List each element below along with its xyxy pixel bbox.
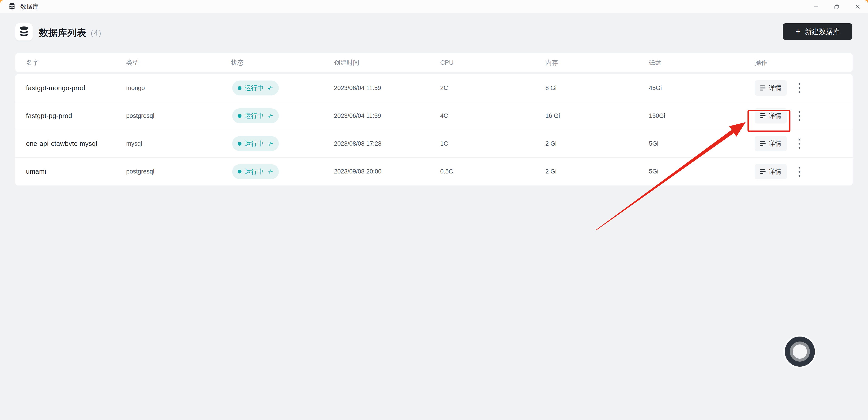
list-lines-icon <box>760 113 766 118</box>
table-body: fastgpt-mongo-prod mongo 运行中 2023/06/04 … <box>16 74 852 185</box>
database-icon <box>19 26 29 37</box>
pods-scale-icon <box>267 141 273 147</box>
pods-scale-icon <box>267 113 273 119</box>
details-button[interactable]: 详情 <box>755 164 787 179</box>
column-header-actions: 操作 <box>755 58 852 67</box>
table-row[interactable]: fastgpt-pg-prod postgresql 运行中 2023/06/0… <box>16 102 852 130</box>
page-count: （4） <box>86 28 105 38</box>
db-disk: 45Gi <box>649 85 755 92</box>
column-header-type: 类型 <box>126 58 231 67</box>
db-cpu: 0.5C <box>440 168 545 175</box>
create-database-button[interactable]: + 新建数据库 <box>783 23 852 40</box>
list-lines-icon <box>760 86 766 90</box>
status-dot-icon <box>238 114 242 118</box>
status-badge: 运行中 <box>232 108 279 123</box>
status-label: 运行中 <box>245 112 264 120</box>
list-lines-icon <box>760 169 766 174</box>
titlebar: 数据库 <box>0 0 868 13</box>
db-disk: 5Gi <box>649 168 755 175</box>
row-menu-button[interactable] <box>796 109 803 123</box>
column-header-memory: 内存 <box>545 58 649 67</box>
table-row[interactable]: umami postgresql 运行中 2023/09/08 20:00 0.… <box>16 158 852 185</box>
database-icon <box>8 3 16 10</box>
details-button[interactable]: 详情 <box>755 136 787 151</box>
status-dot-icon <box>238 86 242 90</box>
db-memory: 2 Gi <box>545 168 649 175</box>
db-type: mysql <box>126 140 231 147</box>
restore-button[interactable] <box>827 0 847 13</box>
db-cpu: 4C <box>440 112 545 119</box>
details-label: 详情 <box>769 84 781 92</box>
db-cpu: 2C <box>440 85 545 92</box>
status-label: 运行中 <box>245 139 264 148</box>
db-type: mongo <box>126 85 231 92</box>
db-created: 2023/08/08 17:28 <box>334 140 440 147</box>
details-button-highlighted[interactable]: 详情 <box>755 108 787 123</box>
column-header-disk: 磁盘 <box>649 58 755 67</box>
details-label: 详情 <box>769 139 781 148</box>
db-type: postgresql <box>126 112 231 119</box>
db-disk: 150Gi <box>649 112 755 119</box>
page-title: 数据库列表 <box>39 27 86 39</box>
db-created: 2023/06/04 11:59 <box>334 85 440 92</box>
db-cpu: 1C <box>440 140 545 147</box>
db-created: 2023/06/04 11:59 <box>334 112 440 119</box>
window-controls <box>806 0 868 13</box>
db-memory: 16 Gi <box>545 112 649 119</box>
status-badge: 运行中 <box>232 136 279 151</box>
plus-icon: + <box>796 27 801 36</box>
app-logo-card <box>16 23 33 40</box>
window-title: 数据库 <box>20 2 39 11</box>
details-button[interactable]: 详情 <box>755 80 787 96</box>
status-dot-icon <box>238 142 242 146</box>
details-label: 详情 <box>769 112 781 120</box>
status-label: 运行中 <box>245 168 264 176</box>
status-badge: 运行中 <box>232 81 279 95</box>
minimize-button[interactable] <box>806 0 827 13</box>
details-label: 详情 <box>769 168 781 176</box>
table-row[interactable]: fastgpt-mongo-prod mongo 运行中 2023/06/04 … <box>16 74 852 102</box>
row-menu-button[interactable] <box>796 164 803 179</box>
db-memory: 8 Gi <box>545 85 649 92</box>
db-name: umami <box>26 168 126 175</box>
close-button[interactable] <box>847 0 868 13</box>
status-badge: 运行中 <box>232 164 279 179</box>
pods-scale-icon <box>267 85 273 91</box>
column-header-created: 创建时间 <box>334 58 440 67</box>
table-header: 名字 类型 状态 创建时间 CPU 内存 磁盘 操作 <box>16 53 852 72</box>
status-dot-icon <box>238 170 242 174</box>
column-header-status: 状态 <box>231 58 334 67</box>
row-menu-button[interactable] <box>796 81 803 95</box>
status-label: 运行中 <box>245 84 264 92</box>
db-created: 2023/09/08 20:00 <box>334 168 440 175</box>
db-memory: 2 Gi <box>545 140 649 147</box>
db-name: fastgpt-mongo-prod <box>26 84 126 92</box>
table-row[interactable]: one-api-ctawbvtc-mysql mysql 运行中 2023/08… <box>16 130 852 158</box>
db-type: postgresql <box>126 168 231 175</box>
touch-indicator <box>785 336 815 367</box>
db-disk: 5Gi <box>649 140 755 147</box>
db-name: one-api-ctawbvtc-mysql <box>26 140 126 147</box>
column-header-cpu: CPU <box>440 59 545 66</box>
pods-scale-icon <box>267 169 273 175</box>
db-name: fastgpt-pg-prod <box>26 112 126 120</box>
app-window: 数据库 数据库列表 （4） + 新建数据库 <box>0 0 868 420</box>
column-header-name: 名字 <box>26 58 126 67</box>
row-menu-button[interactable] <box>796 137 803 151</box>
create-database-label: 新建数据库 <box>805 27 840 36</box>
list-lines-icon <box>760 141 766 146</box>
